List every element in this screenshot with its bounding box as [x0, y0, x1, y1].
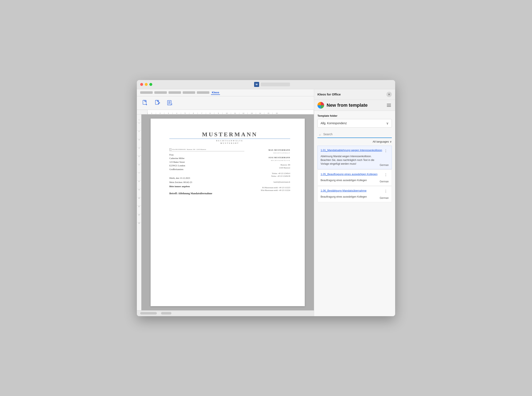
side-ruler-12: 12 [137, 214, 141, 222]
close-icon: ✕ [388, 93, 390, 96]
ruler-mark-14: 14 [256, 113, 264, 114]
template-folder-dropdown[interactable]: Allg. Korrespondenz ∨ [317, 119, 392, 128]
side-ruler-3: 3 [137, 139, 141, 147]
main-content: Kleos [137, 89, 395, 316]
recipient-salutation: Frau [169, 153, 244, 157]
ruler-top: 1 2 3 4 5 6 7 8 9 10 11 12 13 14 [137, 110, 314, 114]
side-ruler-7: 7 [137, 172, 141, 181]
panel-close-button[interactable]: ✕ [386, 92, 392, 97]
firm-fax: Telefax: +49 123 123456-99 [248, 175, 290, 178]
template-lang-3: German [380, 197, 389, 199]
attorney1-mobile: RA Mustermann mobil: +49 123 1112223 [248, 186, 290, 189]
attorney2-name: SUSI MUSTERMANN [248, 156, 290, 159]
recipient-address2: E23W21 London [169, 164, 244, 168]
template-menu-button-3[interactable]: ⋮ [383, 189, 389, 194]
search-input[interactable] [317, 131, 392, 138]
close-window-button[interactable] [140, 83, 143, 86]
template-folder-label: Template folder [317, 114, 392, 117]
svg-rect-0 [143, 100, 146, 105]
template-item[interactable]: 1.06_Bestätigung Mandatsübernahme ⋮ Beau… [317, 186, 392, 202]
svg-line-9 [157, 100, 159, 102]
ruler-mark-10: 10 [223, 113, 231, 114]
ruler-mark-9: 9 [214, 113, 223, 114]
doc-area-wrapper: ↕ 1 2 3 4 5 6 7 8 9 10 11 12 13 [137, 114, 314, 310]
chevron-down-icon: ∨ [386, 121, 389, 125]
svg-rect-21 [171, 103, 173, 105]
firm-subtitle-1: RECHTSANWÄLTE [169, 140, 290, 142]
ruler-mark-7: 7 [197, 113, 206, 114]
date-section: Hürth, den 13.12.2023 Mein Zeichen: 0014… [169, 176, 244, 188]
side-panel: Kleos for Office ✕ New from template Tem… [314, 89, 395, 316]
ruler-mark-11: 11 [231, 113, 239, 114]
firm-email: kanzlei@mustermann.de [248, 181, 290, 184]
template-desc-1: Ablehnung Mandat wegen Interessenkollisi… [320, 154, 380, 166]
hamburger-line-3 [387, 106, 391, 107]
ruler-mark-13: 13 [247, 113, 256, 114]
template-title-2[interactable]: 1.05_Beauftragung eines auswärtigen Koll… [320, 172, 383, 176]
minimize-window-button[interactable] [145, 83, 148, 86]
letter-note: Bitte immer angeben [169, 185, 190, 188]
tab-group: Kleos [140, 90, 220, 95]
status-pill-1 [140, 312, 157, 314]
template-title-3[interactable]: 1.06_Bestätigung Mandatsübernahme [320, 189, 383, 192]
ruler-mark-16: 16 [272, 113, 281, 114]
recipient-block: Frau Catherine Miller 123 Baker Street E… [169, 153, 244, 171]
tab-placeholder-3 [169, 91, 181, 94]
tab-kleos[interactable]: Kleos [211, 90, 220, 95]
document-page: MUSTERMANN RECHTSANWÄLTE MUSTERORT + RAe [151, 119, 305, 306]
tab-bar: Kleos [137, 89, 314, 96]
recipient-country: Großbritannien [169, 168, 244, 171]
side-ruler-11: 11 [137, 205, 141, 214]
ruler-mark-2: 2 [156, 113, 164, 114]
template-desc-3: Beauftragung eines auswärtigen Kollegen [320, 195, 367, 199]
title-bar-center: W [152, 82, 392, 87]
side-ruler-9: 9 [137, 189, 141, 197]
template-item[interactable]: 1.05_Beauftragung eines auswärtigen Koll… [317, 170, 392, 186]
svg-line-2 [145, 100, 146, 102]
ruler-mark-15: 15 [264, 113, 272, 114]
template-list: 1.01_Mandatsablehnung wegen Interessenko… [317, 146, 392, 203]
letter-reference: Mein Zeichen: 00142-23 [169, 180, 244, 184]
attorney1-name: MAX MUSTERMANN [248, 148, 290, 152]
hamburger-menu-button[interactable] [386, 103, 392, 108]
edit-document-button[interactable] [153, 98, 163, 108]
app-window: W Kleos [137, 80, 395, 316]
panel-app-title: Kleos for Office [317, 93, 341, 96]
sender-expand-icon[interactable]: + [169, 148, 172, 151]
word-app-icon: W [254, 82, 259, 87]
letter-body: + RAe MUSTERMANN · Musterstr. 300 · 1234… [169, 148, 290, 195]
ruler-mark-12: 12 [239, 113, 247, 114]
side-ruler-13: 13 [137, 222, 141, 231]
ruler-corner-icon: ↕ [138, 119, 140, 121]
tab-placeholder-1 [140, 91, 153, 94]
new-document-button[interactable] [140, 98, 150, 108]
template-menu-button-1[interactable]: ⋮ [383, 148, 389, 153]
template-item-footer-1: Ablehnung Mandat wegen Interessenkollisi… [320, 154, 389, 167]
language-filter[interactable]: All languages ∨ [317, 140, 392, 143]
ruler-mark-5: 5 [181, 113, 189, 114]
list-document-button[interactable] [165, 98, 175, 108]
ribbon [137, 96, 314, 110]
firm-address: Musterstr. 300 [248, 164, 290, 167]
ruler-mark-4: 4 [172, 113, 181, 114]
document-container[interactable]: MUSTERMANN RECHTSANWÄLTE MUSTERORT + RAe [141, 114, 314, 310]
firm-city: 12345 Musterort [248, 167, 290, 169]
recipient-address1: 123 Baker Street [169, 160, 244, 164]
template-item[interactable]: 1.01_Mandatsablehnung wegen Interessenko… [317, 146, 392, 169]
side-ruler-5: 5 [137, 156, 141, 164]
tab-placeholder-2 [154, 91, 167, 94]
template-title-1[interactable]: 1.01_Mandatsablehnung wegen Interessenko… [320, 148, 383, 152]
attorney2-title: RECHTSANWÄLTIN [248, 159, 290, 162]
letter-left-column: + RAe MUSTERMANN · Musterstr. 300 · 1234… [169, 148, 248, 195]
maximize-window-button[interactable] [149, 83, 152, 86]
window-controls [140, 83, 152, 86]
template-menu-button-2[interactable]: ⋮ [383, 172, 389, 177]
ruler-mark-6: 6 [189, 113, 197, 114]
panel-body: Template folder Allg. Korrespondenz ∨ ⌕ … [314, 111, 395, 316]
filename-bar [261, 82, 290, 86]
letterhead-header: MUSTERMANN [169, 131, 290, 138]
hamburger-line-2 [387, 105, 391, 105]
side-ruler-2: 2 [137, 130, 141, 139]
panel-subheader: New from template [314, 100, 395, 111]
template-item-footer-2: Beauftragung eines auswärtigen Kollegen … [320, 178, 389, 183]
